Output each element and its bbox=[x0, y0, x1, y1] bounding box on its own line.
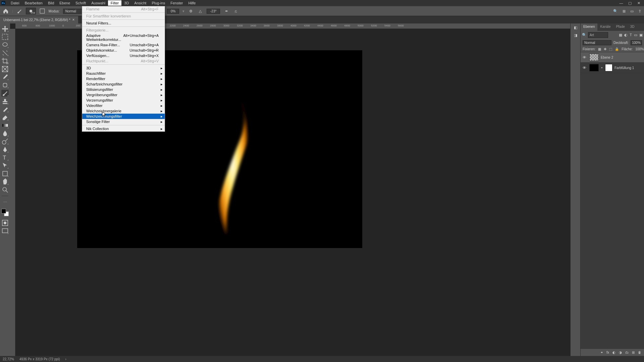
layer-name[interactable]: Ebene 2 bbox=[601, 56, 613, 59]
blend-mode-select[interactable]: Normal bbox=[63, 9, 83, 14]
lock-artboard-icon[interactable]: ⬚ bbox=[609, 47, 612, 51]
blend-mode-select[interactable]: Normal bbox=[583, 40, 611, 45]
info-chevron-icon[interactable]: › bbox=[65, 357, 66, 361]
edit-toolbar-icon[interactable]: ⋯ bbox=[1, 199, 9, 205]
tab-pfade[interactable]: Pfade bbox=[613, 23, 628, 31]
lock-all-icon[interactable]: 🔒 bbox=[615, 47, 619, 51]
minimize-icon[interactable]: — bbox=[619, 1, 624, 5]
zoom-tool-icon[interactable] bbox=[1, 186, 9, 193]
menu-bearbeiten[interactable]: Bearbeiten bbox=[22, 0, 45, 6]
maximize-icon[interactable]: ▢ bbox=[627, 1, 633, 5]
gear-icon[interactable]: ⚙ bbox=[188, 8, 194, 14]
group-icon[interactable]: 🗀 bbox=[625, 351, 629, 354]
layer-thumbnail[interactable] bbox=[589, 64, 599, 71]
menu-hilfe[interactable]: Hilfe bbox=[185, 0, 198, 6]
dodge-tool-icon[interactable] bbox=[1, 138, 9, 145]
angle-icon[interactable]: △ bbox=[197, 8, 203, 14]
hand-tool-icon[interactable] bbox=[1, 178, 9, 185]
layer-thumbnail[interactable] bbox=[589, 54, 599, 61]
menuitem-verzerrungsfilter[interactable]: Verzerrungsfilter▸ bbox=[82, 98, 165, 103]
visibility-icon[interactable]: 👁 bbox=[583, 66, 587, 70]
layer-filter-input[interactable] bbox=[588, 32, 608, 38]
shape-tool-icon[interactable] bbox=[1, 170, 9, 177]
wand-tool-icon[interactable] bbox=[1, 50, 9, 56]
lock-pixels-icon[interactable]: ▦ bbox=[598, 47, 601, 51]
link-icon[interactable]: ⚭ bbox=[601, 66, 603, 69]
menuitem-stilisierungsfilter[interactable]: Stilisierungsfilter▸ bbox=[82, 87, 165, 92]
menu-ebene[interactable]: Ebene bbox=[57, 0, 73, 6]
brush-tool-icon[interactable] bbox=[1, 90, 9, 97]
mask-icon[interactable]: ◐ bbox=[612, 351, 615, 354]
opacity-value[interactable]: 100% bbox=[631, 40, 642, 45]
quickmask-icon[interactable] bbox=[1, 220, 9, 226]
layer-row[interactable]: 👁 Ebene 2 bbox=[581, 52, 644, 63]
layer-row[interactable]: 👁 ⚭ Farbfüllung 1 bbox=[581, 63, 644, 73]
panel-icon[interactable]: ◨ bbox=[574, 33, 577, 38]
type-tool-icon[interactable]: T bbox=[1, 154, 9, 161]
delete-icon[interactable]: 🗑 bbox=[638, 351, 641, 354]
foreground-color[interactable] bbox=[1, 209, 6, 214]
menu-filter[interactable]: Filter bbox=[108, 0, 121, 6]
menuitem-nik-collection[interactable]: Nik Collection▸ bbox=[82, 126, 165, 131]
workspace-icon[interactable]: ▭ bbox=[630, 9, 634, 13]
crop-tool-icon[interactable] bbox=[1, 58, 9, 64]
menu-bild[interactable]: Bild bbox=[45, 0, 57, 6]
view-icon[interactable]: ⊞ bbox=[623, 9, 626, 13]
menuitem-scharfzeichnungsfilter[interactable]: Scharfzeichnungsfilter▸ bbox=[82, 81, 165, 87]
link-icon[interactable]: ⚭ bbox=[600, 351, 603, 354]
color-swatches[interactable] bbox=[1, 209, 9, 216]
close-icon[interactable]: ✕ bbox=[636, 1, 641, 5]
filter-adjust-icon[interactable]: ◐ bbox=[624, 33, 628, 37]
filter-image-icon[interactable]: ▦ bbox=[619, 33, 622, 37]
symmetry-icon[interactable]: ⎌ bbox=[233, 8, 239, 14]
move-tool-icon[interactable] bbox=[1, 25, 9, 32]
search-icon[interactable]: 🔍 bbox=[613, 9, 618, 13]
share-icon[interactable]: ⇪ bbox=[638, 9, 641, 13]
fx-icon[interactable]: fx bbox=[606, 351, 609, 354]
menu-3d[interactable]: 3D bbox=[121, 0, 131, 6]
pen-tool-icon[interactable] bbox=[1, 146, 9, 153]
layer-mask[interactable] bbox=[605, 64, 612, 71]
zoom-level[interactable]: 22,72% bbox=[3, 357, 14, 361]
filter-shape-icon[interactable]: ▭ bbox=[634, 33, 637, 37]
pressure-opacity-icon[interactable]: ✒ bbox=[223, 8, 229, 14]
menuitem-neural-filters-[interactable]: Neural Filters... bbox=[82, 20, 165, 26]
brush-tool-icon[interactable] bbox=[16, 8, 22, 14]
menuitem-verfl-ssigen-[interactable]: Verflüssigen...Umschalt+Strg+X bbox=[82, 53, 165, 58]
menuitem-objektivkorrektur-[interactable]: Objektivkorrektur...Umschalt+Strg+R bbox=[82, 48, 165, 53]
blur-tool-icon[interactable] bbox=[1, 130, 9, 137]
stamp-tool-icon[interactable] bbox=[1, 98, 9, 105]
gradient-tool-icon[interactable] bbox=[1, 122, 9, 129]
filter-type-icon[interactable]: T bbox=[630, 33, 632, 37]
menu-plug-ins[interactable]: Plug-ins bbox=[149, 0, 168, 6]
home-icon[interactable] bbox=[3, 8, 9, 14]
healing-tool-icon[interactable] bbox=[1, 82, 9, 88]
menu-auswahl[interactable]: Auswahl bbox=[89, 0, 108, 6]
menuitem-videofilter[interactable]: Videofilter▸ bbox=[82, 103, 165, 108]
menu-schrift[interactable]: Schrift bbox=[73, 0, 89, 6]
menuitem-vergr-berungsfilter[interactable]: Vergröberungsfilter▸ bbox=[82, 92, 165, 98]
layer-name[interactable]: Farbfüllung 1 bbox=[614, 66, 634, 70]
menuitem-sonstige-filter[interactable]: Sonstige Filter▸ bbox=[82, 119, 165, 124]
adjustment-icon[interactable]: ◑ bbox=[619, 351, 622, 354]
document-tab[interactable]: Unbenannt-1 bei 22,7% (Ebene 2, RGB/8#) … bbox=[0, 16, 78, 23]
lasso-tool-icon[interactable] bbox=[1, 42, 9, 48]
menuitem-renderfilter[interactable]: Renderfilter▸ bbox=[82, 76, 165, 81]
smoothing-value[interactable]: 0% bbox=[167, 9, 179, 14]
new-layer-icon[interactable]: ⊞ bbox=[632, 351, 635, 354]
menuitem-camera-raw-filter-[interactable]: Camera Raw-Filter...Umschalt+Strg+A bbox=[82, 42, 165, 48]
panel-icon[interactable]: ◧ bbox=[574, 25, 577, 30]
menuitem-weichzeichnergalerie[interactable]: Weichzeichnergalerie▸ bbox=[82, 108, 165, 114]
menu-fenster[interactable]: Fenster bbox=[168, 0, 185, 6]
brush-preview[interactable]: 254 bbox=[26, 8, 36, 14]
menuitem-rauschfilter[interactable]: Rauschfilter▸ bbox=[82, 71, 165, 76]
close-tab-icon[interactable]: × bbox=[72, 17, 75, 22]
marquee-tool-icon[interactable] bbox=[1, 34, 9, 40]
visibility-icon[interactable]: 👁 bbox=[583, 55, 587, 59]
filter-smart-icon[interactable]: ▣ bbox=[639, 33, 643, 37]
tab-3d[interactable]: 3D bbox=[628, 23, 637, 31]
tab-kanäle[interactable]: Kanäle bbox=[597, 23, 613, 31]
menuitem-weichzeichnungsfilter[interactable]: Weichzeichnungsfilter▸ bbox=[82, 114, 165, 119]
path-select-icon[interactable] bbox=[1, 162, 9, 169]
history-brush-icon[interactable] bbox=[1, 106, 9, 113]
